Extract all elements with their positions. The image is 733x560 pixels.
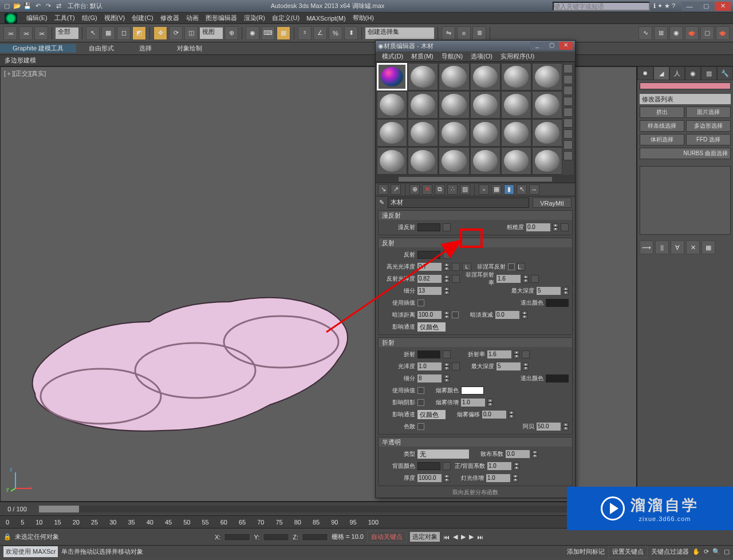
mat-id-icon[interactable]: ▫: [479, 184, 489, 195]
material-slot[interactable]: [439, 119, 469, 147]
playback-prev-icon[interactable]: ◀: [453, 533, 458, 541]
disp-check[interactable]: [417, 423, 424, 430]
video-check-icon[interactable]: [563, 108, 573, 117]
background-icon[interactable]: [563, 86, 573, 95]
show-map-icon[interactable]: ▦: [491, 184, 502, 195]
refract-map[interactable]: [443, 350, 451, 358]
rollup-diffuse-header[interactable]: 漫反射: [379, 211, 572, 220]
rfinterp-check[interactable]: [417, 387, 424, 394]
named-set[interactable]: 创建选择集: [365, 27, 434, 39]
menu-render[interactable]: 渲染(R): [241, 14, 269, 22]
scale-tool-icon[interactable]: ◫: [184, 26, 198, 40]
info-icon[interactable]: ℹ: [653, 2, 656, 10]
material-slot[interactable]: [408, 91, 438, 119]
select-by-mat-icon[interactable]: [563, 140, 573, 149]
ribbon-tab-freeform[interactable]: 自由形式: [76, 44, 127, 53]
maxd-value[interactable]: 5: [537, 287, 561, 295]
rgloss-map[interactable]: [452, 275, 460, 283]
material-type-button[interactable]: VRayMtl: [533, 198, 572, 208]
close-button[interactable]: ✕: [715, 2, 731, 11]
subdiv-value[interactable]: 13: [417, 287, 442, 295]
render-icon[interactable]: 🫖: [716, 26, 730, 40]
unlink-tool-icon[interactable]: ⫘: [19, 26, 33, 40]
btn-extrude[interactable]: 挤出: [640, 107, 684, 118]
fb-value[interactable]: 1.0: [487, 462, 511, 470]
playback-end-icon[interactable]: ⏭: [477, 534, 483, 541]
rgloss-value[interactable]: 0.82: [417, 275, 442, 283]
menu-help[interactable]: 帮助(H): [349, 14, 377, 22]
add-marker[interactable]: 添加时间标记: [567, 547, 605, 556]
pick-mat-icon[interactable]: ✎: [379, 199, 384, 206]
menu-script[interactable]: MAXScript(M): [303, 15, 349, 22]
save-icon[interactable]: 💾: [23, 2, 32, 11]
script-listener[interactable]: 欢迎使用 MAXScr: [3, 546, 58, 557]
backlight-icon[interactable]: [563, 75, 573, 84]
menu-anim[interactable]: 动画: [183, 14, 202, 22]
minimize-button[interactable]: —: [681, 2, 697, 11]
new-icon[interactable]: ▢: [2, 2, 11, 11]
coord-y-input[interactable]: [263, 533, 289, 541]
link-icon[interactable]: ⇄: [54, 2, 63, 11]
btn-spline-sel[interactable]: 样条线选择: [640, 120, 684, 132]
material-name-input[interactable]: [388, 198, 529, 208]
modifier-stack[interactable]: [640, 166, 731, 235]
modify-tab-icon[interactable]: ◢: [653, 66, 669, 80]
layers-icon[interactable]: ≣: [472, 26, 486, 40]
hierarchy-tab-icon[interactable]: 人: [669, 66, 685, 80]
go-parent-icon[interactable]: ↖: [517, 184, 527, 195]
autokey-button[interactable]: 自动关键点: [367, 531, 407, 543]
brdf-header[interactable]: 双向反射分布函数: [376, 487, 575, 498]
assign-mat-icon[interactable]: ⊕: [409, 184, 420, 195]
nav-pan-icon[interactable]: ✋: [692, 548, 700, 555]
nav-orbit-icon[interactable]: ⟳: [704, 548, 709, 555]
star-icon[interactable]: ★: [664, 2, 670, 10]
undo-icon[interactable]: ↶: [33, 2, 42, 11]
make-unique-icon[interactable]: ∴: [447, 184, 458, 195]
playback-start-icon[interactable]: ⏮: [443, 534, 450, 541]
setkey-button[interactable]: 设置关键点: [608, 546, 648, 558]
selection-filter[interactable]: 全部: [56, 27, 78, 39]
pivot-icon[interactable]: ⊕: [224, 26, 238, 40]
create-tab-icon[interactable]: ✸: [637, 66, 653, 80]
material-slot[interactable]: [439, 147, 469, 175]
material-slot[interactable]: [470, 119, 501, 147]
dim-check[interactable]: [452, 311, 459, 318]
shadow-check[interactable]: [417, 399, 424, 406]
material-slot[interactable]: [408, 119, 438, 147]
material-slot[interactable]: [501, 63, 531, 90]
reset-mat-icon[interactable]: ✕: [422, 184, 432, 195]
mat-min-button[interactable]: _: [530, 42, 544, 50]
coord-z-input[interactable]: [302, 533, 328, 541]
render-setup-icon[interactable]: 🫖: [685, 26, 699, 40]
maximize-button[interactable]: ▢: [698, 2, 714, 11]
material-slot[interactable]: [377, 119, 407, 147]
mat-menu-material[interactable]: 材质(M): [407, 52, 438, 61]
menu-custom[interactable]: 自定义(U): [269, 14, 303, 22]
select-name-icon[interactable]: ▦: [101, 26, 115, 40]
mat-menu-mode[interactable]: 模式(D): [378, 52, 407, 61]
redo-icon[interactable]: ↷: [44, 2, 53, 11]
material-slot[interactable]: [532, 63, 562, 90]
dim-value[interactable]: 100.0: [417, 311, 442, 319]
object-color[interactable]: [640, 82, 731, 89]
material-slot[interactable]: [377, 91, 407, 119]
window-crossing-icon[interactable]: ◩: [132, 26, 146, 40]
rfsub-value[interactable]: 8: [417, 374, 442, 382]
get-mat-icon[interactable]: ↘: [378, 184, 388, 195]
keyfilter-button[interactable]: 关键点过滤器: [651, 547, 689, 556]
mat-max-button[interactable]: ▢: [545, 42, 558, 50]
ref-coord[interactable]: 视图: [200, 27, 223, 39]
curve-editor-icon[interactable]: ∿: [639, 26, 652, 40]
type-drop[interactable]: 无: [417, 449, 469, 459]
config-icon[interactable]: ▦: [702, 240, 715, 254]
menu-edit[interactable]: 编辑(E): [23, 14, 51, 22]
viewport-label[interactable]: [＋][正交][真实]: [4, 69, 46, 78]
mat-menu-util[interactable]: 实用程序(U): [496, 52, 538, 61]
snap-3d-icon[interactable]: ³: [298, 26, 312, 40]
options-icon[interactable]: [563, 129, 573, 139]
diffuse-color-swatch[interactable]: [417, 223, 440, 231]
fior-value[interactable]: 1.6: [496, 275, 521, 283]
link-tool-icon[interactable]: ⫘: [3, 26, 17, 40]
keyboard-icon[interactable]: ⌨: [261, 26, 275, 40]
pin-stack-icon[interactable]: ⟿: [640, 240, 653, 254]
